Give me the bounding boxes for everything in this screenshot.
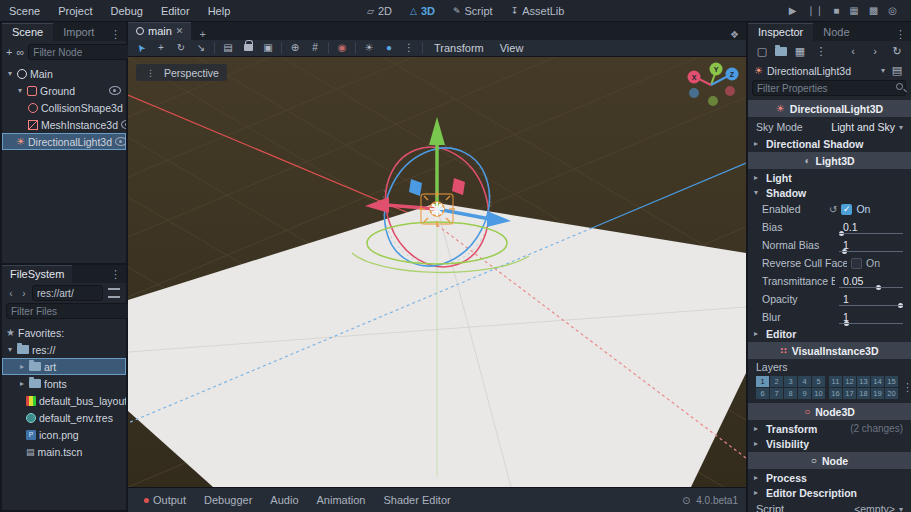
- tab-inspector[interactable]: Inspector: [748, 23, 813, 41]
- workspace-3d[interactable]: △ 3D: [401, 5, 444, 17]
- menu-scene[interactable]: Scene: [0, 0, 49, 22]
- inspector-dock-menu-icon[interactable]: ⋮: [890, 28, 911, 41]
- fs-row-res[interactable]: ▾ res://: [2, 341, 126, 358]
- expand-icon[interactable]: ▸: [18, 379, 26, 388]
- revert-icon[interactable]: ↺: [829, 204, 837, 215]
- lock-icon[interactable]: [239, 40, 257, 56]
- section-shadow[interactable]: ▾ Shadow: [748, 185, 911, 200]
- shader-editor-button[interactable]: Shader Editor: [375, 494, 458, 506]
- rotate-tool-icon[interactable]: ↻: [172, 40, 190, 56]
- tree-row-collisionshape[interactable]: CollisionShape3d: [2, 99, 126, 116]
- blur-spin-slider[interactable]: 1: [839, 310, 903, 324]
- script-dropdown[interactable]: <empty> ▾: [833, 503, 903, 512]
- menu-project[interactable]: Project: [49, 0, 101, 22]
- fs-row-icon-png[interactable]: P icon.png: [2, 426, 126, 443]
- select-tool-icon[interactable]: ➤: [132, 40, 150, 56]
- section-editor-description[interactable]: ▸ Editor Description: [748, 485, 911, 500]
- layer-cell-15[interactable]: 15: [885, 376, 898, 387]
- resource-menu-icon[interactable]: ⋮: [813, 44, 829, 59]
- layer-cell-18[interactable]: 18: [857, 388, 870, 399]
- instance-scene-button[interactable]: ∞: [16, 45, 24, 60]
- layer-cell-3[interactable]: 3: [784, 376, 797, 387]
- menu-help[interactable]: Help: [199, 0, 240, 22]
- close-icon[interactable]: ✕: [176, 26, 184, 36]
- collapse-icon[interactable]: ▾: [6, 345, 14, 354]
- tree-row-ground[interactable]: ▾ Ground: [2, 82, 126, 99]
- move-tool-icon[interactable]: +: [152, 40, 170, 56]
- normal-bias-spin-slider[interactable]: 1: [839, 238, 903, 252]
- local-space-icon[interactable]: ⊕: [286, 40, 304, 56]
- transmittance-bias-spin-slider[interactable]: 0.05: [839, 274, 903, 288]
- expand-viewport-icon[interactable]: ❖: [723, 29, 746, 40]
- collapse-icon[interactable]: ▾: [16, 86, 24, 95]
- history-forward-icon[interactable]: ›: [867, 44, 883, 59]
- checkbox-unchecked[interactable]: [851, 258, 862, 269]
- fs-row-default-env[interactable]: default_env.tres: [2, 409, 126, 426]
- animation-button[interactable]: Animation: [309, 494, 374, 506]
- menu-debug[interactable]: Debug: [101, 0, 151, 22]
- layer-cell-14[interactable]: 14: [871, 376, 884, 387]
- stop-button[interactable]: ■: [833, 5, 839, 16]
- fs-row-bus-layout[interactable]: default_bus_layout.tres: [2, 392, 126, 409]
- fs-row-main-tscn[interactable]: ▤ main.tscn: [2, 443, 126, 460]
- sky-mode-dropdown[interactable]: Light and Sky ▾: [817, 121, 903, 133]
- tree-row-directionallight[interactable]: ☀ DirectionalLight3d: [2, 133, 126, 150]
- scene-dock-menu-icon[interactable]: ⋮: [105, 28, 126, 41]
- forward-icon[interactable]: ›: [19, 288, 29, 299]
- edited-object-name[interactable]: DirectionalLight3d: [767, 65, 877, 77]
- add-node-button[interactable]: +: [6, 45, 12, 60]
- split-mode-icon[interactable]: [108, 288, 120, 298]
- back-icon[interactable]: ‹: [6, 288, 16, 299]
- fs-row-fonts[interactable]: ▸ fonts: [2, 375, 126, 392]
- load-resource-icon[interactable]: [775, 47, 787, 56]
- preview-environment-icon[interactable]: ●: [380, 40, 398, 56]
- tree-row-meshinstance[interactable]: MeshInstance3d: [2, 116, 126, 133]
- slider-grabber[interactable]: [844, 321, 849, 326]
- filesystem-title[interactable]: FileSystem: [2, 265, 72, 283]
- open-docs-icon[interactable]: ▤: [889, 63, 905, 78]
- play-scene-button[interactable]: ▦: [849, 5, 858, 16]
- layers-menu-icon[interactable]: ⋮: [902, 381, 911, 394]
- play-custom-scene-button[interactable]: ▩: [869, 5, 878, 16]
- checkbox-checked[interactable]: ✓: [841, 204, 852, 215]
- layer-cell-8[interactable]: 8: [784, 388, 797, 399]
- opacity-spin-slider[interactable]: 1: [839, 292, 903, 306]
- play-button[interactable]: ▶: [789, 5, 797, 16]
- visibility-eye-icon[interactable]: [121, 120, 126, 129]
- layer-cell-6[interactable]: 6: [756, 388, 769, 399]
- group-icon[interactable]: ▣: [259, 40, 277, 56]
- new-scene-tab-button[interactable]: +: [191, 28, 213, 40]
- section-process[interactable]: ▸ Process: [748, 470, 911, 485]
- object-history-icon[interactable]: ↻: [889, 44, 905, 59]
- toolbar-menu-icon[interactable]: ⋮: [400, 40, 418, 56]
- list-select-icon[interactable]: ▤: [219, 40, 237, 56]
- pause-button[interactable]: ❘❘: [807, 5, 824, 16]
- movie-maker-button[interactable]: ◎: [888, 5, 897, 16]
- section-visibility[interactable]: ▸ Visibility: [748, 436, 911, 451]
- layer-cell-19[interactable]: 19: [871, 388, 884, 399]
- snap-icon[interactable]: #: [306, 40, 324, 56]
- section-transform[interactable]: ▸ Transform (2 changes): [748, 421, 911, 436]
- layer-cell-20[interactable]: 20: [885, 388, 898, 399]
- layer-cell-9[interactable]: 9: [798, 388, 811, 399]
- tab-node[interactable]: Node: [813, 24, 859, 41]
- debugger-button[interactable]: Debugger: [196, 494, 260, 506]
- layer-cell-7[interactable]: 7: [770, 388, 783, 399]
- section-editor[interactable]: ▸ Editor: [748, 326, 911, 341]
- history-back-icon[interactable]: ‹: [845, 44, 861, 59]
- current-path[interactable]: res://art/: [32, 285, 103, 301]
- workspace-assetlib[interactable]: ↧ AssetLib: [502, 5, 574, 17]
- layer-cell-13[interactable]: 13: [857, 376, 870, 387]
- audio-button[interactable]: Audio: [262, 494, 306, 506]
- bias-spin-slider[interactable]: 0.1: [839, 220, 903, 234]
- output-button[interactable]: Output: [136, 494, 194, 506]
- workspace-script[interactable]: ✎ Script: [444, 5, 502, 17]
- preview-sun-icon[interactable]: ☀: [360, 40, 378, 56]
- fs-row-favorites[interactable]: ★ Favorites:: [2, 324, 126, 341]
- perspective-button[interactable]: ⋮ Perspective: [136, 64, 227, 81]
- scale-tool-icon[interactable]: ↘: [192, 40, 210, 56]
- visibility-eye-icon[interactable]: [115, 137, 126, 146]
- filesystem-menu-icon[interactable]: ⋮: [105, 268, 126, 281]
- notification-bell-icon[interactable]: ⊙: [682, 495, 690, 506]
- expand-icon[interactable]: ▸: [18, 362, 26, 371]
